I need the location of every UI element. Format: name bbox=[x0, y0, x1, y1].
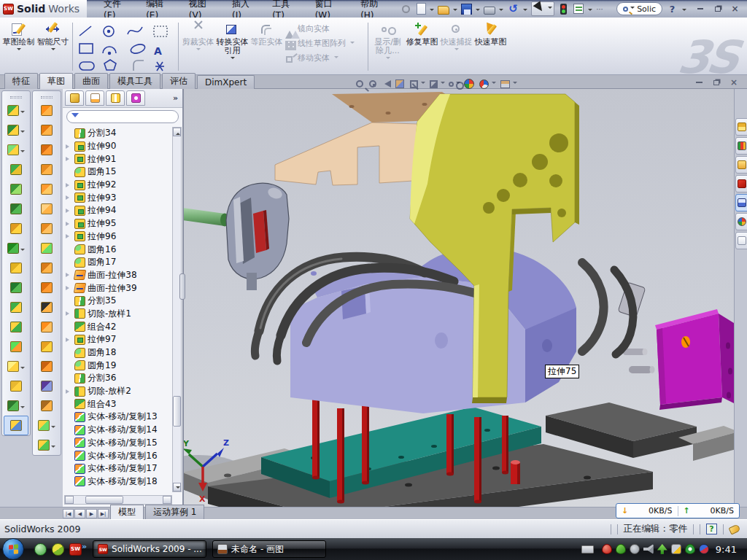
save-icon[interactable] bbox=[461, 4, 472, 15]
curve-icon[interactable] bbox=[4, 396, 28, 416]
tag-icon[interactable] bbox=[729, 524, 741, 534]
tree-item[interactable]: 切除-放样1 bbox=[64, 308, 172, 321]
extend-surface-icon[interactable] bbox=[34, 278, 59, 298]
tab-特征[interactable]: 特征 bbox=[4, 73, 38, 89]
appearances-scenes-tab[interactable] bbox=[735, 213, 747, 230]
dropdown-arrow-icon[interactable] bbox=[492, 82, 496, 86]
ruled-surface-icon[interactable] bbox=[34, 238, 59, 258]
insert-part-icon[interactable] bbox=[4, 357, 28, 376]
select-tool[interactable] bbox=[531, 1, 554, 16]
next-tab-icon[interactable]: ▶ bbox=[86, 509, 97, 518]
tree-item[interactable]: 分割36 bbox=[64, 372, 172, 385]
tree-item[interactable]: 圆角16 bbox=[64, 243, 172, 256]
custom-properties-tab[interactable] bbox=[735, 232, 747, 249]
undo-icon[interactable]: ↺ bbox=[507, 3, 519, 15]
last-tab-icon[interactable]: ▶| bbox=[98, 509, 109, 518]
solidworks-resources-tab[interactable] bbox=[735, 118, 747, 136]
tree-item[interactable]: 实体-移动/复制17 bbox=[64, 462, 172, 475]
scroll-up-icon[interactable] bbox=[173, 128, 181, 136]
dropdown-arrow-icon[interactable] bbox=[441, 82, 445, 86]
tree-item[interactable]: 拉伸94 bbox=[64, 204, 172, 217]
expander-icon[interactable] bbox=[66, 222, 71, 226]
midsurface-icon[interactable] bbox=[34, 416, 59, 435]
close-button[interactable]: × bbox=[729, 4, 741, 15]
solidworks-launcher-icon[interactable]: SW bbox=[69, 543, 82, 556]
scroll-down-icon[interactable] bbox=[173, 483, 181, 491]
flyout-arrow-icon[interactable] bbox=[51, 446, 55, 450]
fillet-icon[interactable] bbox=[4, 140, 28, 160]
select-dropdown-icon[interactable] bbox=[548, 7, 552, 11]
offset-entities-button[interactable]: 等距实体 bbox=[249, 20, 284, 74]
flyout-arrow-icon[interactable] bbox=[20, 406, 25, 411]
configurationmanager-tab[interactable] bbox=[106, 90, 125, 106]
zoom-to-fit-icon[interactable] bbox=[356, 80, 363, 88]
tree-item[interactable]: 圆角18 bbox=[64, 346, 172, 359]
doc-restore-button[interactable] bbox=[711, 77, 722, 88]
view-palette-tab[interactable] bbox=[735, 194, 747, 211]
zoom-to-area-icon[interactable] bbox=[369, 80, 376, 88]
repair-sketch-button[interactable]: 修复草图 bbox=[405, 20, 439, 74]
search-dropdown-icon[interactable] bbox=[630, 7, 635, 11]
view-orientation-icon[interactable] bbox=[410, 80, 418, 88]
tree-item[interactable]: 圆角19 bbox=[64, 359, 172, 372]
quick-tips-icon[interactable]: ? bbox=[706, 524, 717, 534]
scrollbar-thumb[interactable] bbox=[85, 496, 123, 504]
expander-icon[interactable] bbox=[66, 195, 71, 200]
tree-item[interactable]: 组合42 bbox=[64, 320, 172, 333]
help-icon[interactable]: ? bbox=[666, 3, 678, 15]
expander-icon[interactable] bbox=[66, 209, 71, 213]
tree-item[interactable]: 实体-移动/复制14 bbox=[64, 424, 172, 437]
flyout-arrow-icon[interactable] bbox=[51, 426, 55, 430]
tab-草图[interactable]: 草图 bbox=[39, 73, 73, 90]
display-delete-relations-button[interactable]: 显示/删除几... bbox=[371, 20, 405, 74]
expander-icon[interactable] bbox=[66, 157, 71, 161]
checker-dropdown-icon[interactable] bbox=[588, 9, 592, 13]
expander-icon[interactable] bbox=[66, 183, 71, 187]
tree-item[interactable]: 拉伸92 bbox=[64, 179, 172, 192]
new-document-icon[interactable] bbox=[417, 3, 426, 15]
dropdown-arrow-icon[interactable] bbox=[456, 82, 460, 86]
flyout-arrow-icon[interactable] bbox=[20, 249, 25, 253]
open-icon[interactable] bbox=[438, 6, 449, 15]
deform-icon[interactable] bbox=[4, 376, 28, 396]
tree-item[interactable]: 实体-移动/复制13 bbox=[64, 411, 172, 424]
expander-icon[interactable] bbox=[66, 234, 71, 238]
expander-icon[interactable] bbox=[66, 389, 71, 394]
thicken-icon[interactable] bbox=[34, 258, 59, 278]
flyout-arrow-icon[interactable] bbox=[20, 131, 25, 135]
tree-item[interactable]: 实体-移动/复制16 bbox=[64, 449, 172, 462]
tree-item[interactable]: 拉伸95 bbox=[64, 217, 172, 230]
trim-surface-icon[interactable] bbox=[34, 337, 59, 357]
mirror-icon[interactable] bbox=[4, 258, 28, 278]
quick-snaps-button[interactable]: 快速捕捉 bbox=[439, 20, 473, 74]
tab-模具工具[interactable]: 模具工具 bbox=[109, 73, 160, 89]
offset-surface-icon[interactable] bbox=[34, 219, 59, 238]
tree-vertical-scrollbar[interactable] bbox=[172, 127, 182, 492]
draft-icon[interactable] bbox=[4, 199, 28, 219]
combine-icon[interactable] bbox=[4, 317, 28, 337]
expander-icon[interactable] bbox=[66, 144, 71, 149]
chamfer-icon[interactable] bbox=[4, 160, 28, 179]
shell-icon[interactable] bbox=[4, 278, 28, 298]
rib-icon[interactable] bbox=[4, 179, 28, 199]
doc-minimize-button[interactable] bbox=[693, 77, 705, 88]
move-copy-icon[interactable] bbox=[4, 337, 28, 357]
pin-icon[interactable] bbox=[402, 5, 410, 13]
network-warning-icon[interactable] bbox=[671, 544, 681, 554]
extruded-surface-icon[interactable] bbox=[34, 101, 59, 120]
sketch-button[interactable]: 草图绘制 bbox=[1, 20, 36, 74]
toolbar-grip[interactable] bbox=[10, 96, 22, 98]
minimize-button[interactable] bbox=[694, 4, 706, 15]
planar-surface-icon[interactable] bbox=[34, 199, 59, 219]
print-icon[interactable] bbox=[484, 7, 495, 15]
expand-panel-icon[interactable]: » bbox=[173, 93, 180, 103]
dimxpertmanager-tab[interactable] bbox=[126, 90, 145, 106]
move-entities-button[interactable]: 移动实体 bbox=[284, 52, 365, 63]
mirror-entities-button[interactable]: 镜向实体 bbox=[284, 23, 365, 34]
tree-item[interactable]: 分割34 bbox=[64, 127, 172, 140]
volume-icon[interactable] bbox=[643, 544, 654, 554]
hide-show-items-icon[interactable] bbox=[449, 82, 454, 87]
expander-icon[interactable] bbox=[66, 273, 71, 277]
start-button[interactable] bbox=[2, 538, 24, 560]
rapid-sketch-button[interactable]: 快速草图 bbox=[473, 20, 508, 74]
